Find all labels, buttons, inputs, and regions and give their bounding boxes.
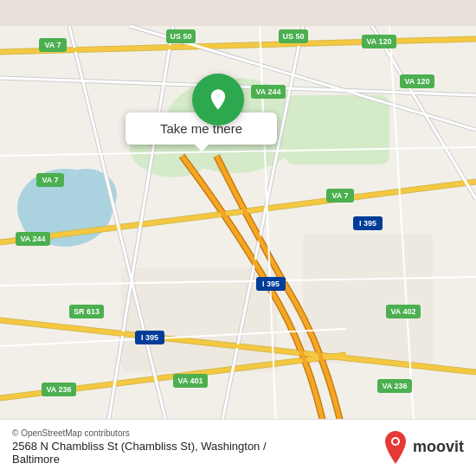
svg-text:VA 120: VA 120 xyxy=(366,37,391,46)
svg-text:VA 7: VA 7 xyxy=(44,41,61,49)
svg-text:SR 613: SR 613 xyxy=(74,307,100,316)
address-container: © OpenStreetMap contributors 2568 N Cham… xyxy=(12,428,267,466)
svg-point-70 xyxy=(215,93,222,100)
pin-circle xyxy=(192,74,244,125)
svg-text:VA 402: VA 402 xyxy=(390,307,415,316)
moovit-brand-text: moovit xyxy=(413,438,464,456)
svg-rect-6 xyxy=(286,95,389,164)
svg-text:VA 244: VA 244 xyxy=(20,235,45,243)
svg-text:VA 244: VA 244 xyxy=(255,87,280,96)
svg-text:VA 7: VA 7 xyxy=(42,176,58,184)
osm-attribution: © OpenStreetMap contributors xyxy=(12,428,267,438)
svg-text:US 50: US 50 xyxy=(282,32,304,41)
svg-text:VA 236: VA 236 xyxy=(46,385,71,394)
svg-text:VA 236: VA 236 xyxy=(382,382,407,390)
svg-point-72 xyxy=(393,439,398,444)
svg-text:I 395: I 395 xyxy=(359,219,376,228)
pin-icon xyxy=(206,87,230,112)
svg-rect-8 xyxy=(303,234,433,363)
map-svg: VA 7 US 50 US 50 VA 120 VA 120 VA 244 VA… xyxy=(0,0,476,476)
svg-text:VA 401: VA 401 xyxy=(177,376,203,385)
moovit-logo: moovit xyxy=(382,431,464,464)
svg-text:I 395: I 395 xyxy=(262,280,280,288)
map-pin xyxy=(192,74,244,125)
moovit-pin-icon xyxy=(382,431,409,464)
svg-text:VA 7: VA 7 xyxy=(331,191,348,200)
address-line: 2568 N Chambliss St (Chambliss St), Wash… xyxy=(12,440,267,453)
map-container: VA 7 US 50 US 50 VA 120 VA 120 VA 244 VA… xyxy=(0,0,476,476)
city-line: Baltimore xyxy=(12,453,267,466)
svg-text:VA 120: VA 120 xyxy=(404,77,429,86)
svg-text:I 395: I 395 xyxy=(141,333,158,342)
svg-rect-7 xyxy=(121,268,277,372)
bottom-bar: © OpenStreetMap contributors 2568 N Cham… xyxy=(0,419,476,476)
svg-text:US 50: US 50 xyxy=(170,32,191,41)
